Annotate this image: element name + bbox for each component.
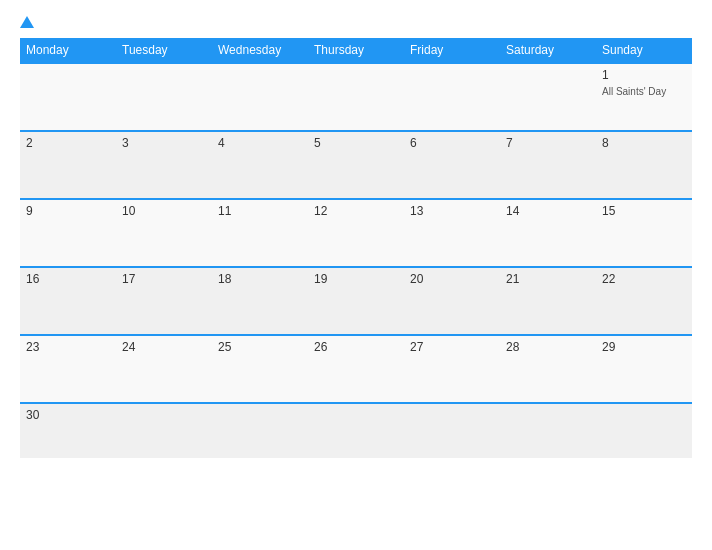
calendar-week-row: 2345678 bbox=[20, 131, 692, 199]
calendar-cell bbox=[20, 63, 116, 131]
day-number: 5 bbox=[314, 136, 398, 150]
day-number: 23 bbox=[26, 340, 110, 354]
calendar-cell: 24 bbox=[116, 335, 212, 403]
weekday-header-tuesday: Tuesday bbox=[116, 38, 212, 63]
day-number: 13 bbox=[410, 204, 494, 218]
event-label: All Saints' Day bbox=[602, 86, 666, 97]
weekday-header-wednesday: Wednesday bbox=[212, 38, 308, 63]
calendar-cell: 18 bbox=[212, 267, 308, 335]
calendar-cell: 11 bbox=[212, 199, 308, 267]
calendar-cell bbox=[116, 403, 212, 458]
day-number: 30 bbox=[26, 408, 110, 422]
calendar-week-row: 16171819202122 bbox=[20, 267, 692, 335]
calendar-cell bbox=[212, 63, 308, 131]
calendar-cell bbox=[500, 403, 596, 458]
day-number: 14 bbox=[506, 204, 590, 218]
day-number: 1 bbox=[602, 68, 686, 82]
day-number: 19 bbox=[314, 272, 398, 286]
calendar-cell bbox=[596, 403, 692, 458]
weekday-header-row: MondayTuesdayWednesdayThursdayFridaySatu… bbox=[20, 38, 692, 63]
calendar-cell bbox=[500, 63, 596, 131]
calendar-week-row: 1All Saints' Day bbox=[20, 63, 692, 131]
calendar-cell: 2 bbox=[20, 131, 116, 199]
calendar-cell bbox=[404, 63, 500, 131]
calendar-cell: 12 bbox=[308, 199, 404, 267]
calendar-week-row: 23242526272829 bbox=[20, 335, 692, 403]
calendar-cell: 22 bbox=[596, 267, 692, 335]
calendar-cell: 10 bbox=[116, 199, 212, 267]
calendar-cell: 21 bbox=[500, 267, 596, 335]
calendar-wrapper: MondayTuesdayWednesdayThursdayFridaySatu… bbox=[0, 0, 712, 550]
day-number: 7 bbox=[506, 136, 590, 150]
day-number: 26 bbox=[314, 340, 398, 354]
calendar-cell: 20 bbox=[404, 267, 500, 335]
weekday-header-friday: Friday bbox=[404, 38, 500, 63]
day-number: 4 bbox=[218, 136, 302, 150]
day-number: 6 bbox=[410, 136, 494, 150]
weekday-header-monday: Monday bbox=[20, 38, 116, 63]
calendar-header bbox=[20, 16, 692, 28]
day-number: 12 bbox=[314, 204, 398, 218]
day-number: 28 bbox=[506, 340, 590, 354]
calendar-cell: 17 bbox=[116, 267, 212, 335]
day-number: 8 bbox=[602, 136, 686, 150]
day-number: 21 bbox=[506, 272, 590, 286]
calendar-cell: 3 bbox=[116, 131, 212, 199]
weekday-header-saturday: Saturday bbox=[500, 38, 596, 63]
calendar-cell: 4 bbox=[212, 131, 308, 199]
calendar-cell: 14 bbox=[500, 199, 596, 267]
calendar-cell bbox=[116, 63, 212, 131]
day-number: 15 bbox=[602, 204, 686, 218]
day-number: 9 bbox=[26, 204, 110, 218]
calendar-cell bbox=[212, 403, 308, 458]
calendar-week-row: 9101112131415 bbox=[20, 199, 692, 267]
day-number: 20 bbox=[410, 272, 494, 286]
calendar-cell: 15 bbox=[596, 199, 692, 267]
calendar-cell: 26 bbox=[308, 335, 404, 403]
day-number: 2 bbox=[26, 136, 110, 150]
day-number: 16 bbox=[26, 272, 110, 286]
calendar-cell: 23 bbox=[20, 335, 116, 403]
calendar-cell: 16 bbox=[20, 267, 116, 335]
calendar-cell: 28 bbox=[500, 335, 596, 403]
calendar-cell bbox=[308, 63, 404, 131]
weekday-header-thursday: Thursday bbox=[308, 38, 404, 63]
day-number: 18 bbox=[218, 272, 302, 286]
logo-triangle-icon bbox=[20, 16, 34, 28]
day-number: 22 bbox=[602, 272, 686, 286]
calendar-cell: 27 bbox=[404, 335, 500, 403]
calendar-cell: 6 bbox=[404, 131, 500, 199]
logo-blue-text bbox=[20, 16, 36, 28]
day-number: 29 bbox=[602, 340, 686, 354]
calendar-cell: 9 bbox=[20, 199, 116, 267]
calendar-cell: 19 bbox=[308, 267, 404, 335]
day-number: 27 bbox=[410, 340, 494, 354]
calendar-cell: 8 bbox=[596, 131, 692, 199]
weekday-header-sunday: Sunday bbox=[596, 38, 692, 63]
day-number: 10 bbox=[122, 204, 206, 218]
calendar-cell bbox=[308, 403, 404, 458]
calendar-cell: 29 bbox=[596, 335, 692, 403]
calendar-cell: 13 bbox=[404, 199, 500, 267]
day-number: 11 bbox=[218, 204, 302, 218]
calendar-week-row: 30 bbox=[20, 403, 692, 458]
logo bbox=[20, 16, 36, 28]
calendar-cell: 5 bbox=[308, 131, 404, 199]
day-number: 3 bbox=[122, 136, 206, 150]
day-number: 17 bbox=[122, 272, 206, 286]
calendar-table: MondayTuesdayWednesdayThursdayFridaySatu… bbox=[20, 38, 692, 458]
calendar-cell bbox=[404, 403, 500, 458]
day-number: 24 bbox=[122, 340, 206, 354]
calendar-cell: 7 bbox=[500, 131, 596, 199]
calendar-cell: 25 bbox=[212, 335, 308, 403]
calendar-cell: 1All Saints' Day bbox=[596, 63, 692, 131]
day-number: 25 bbox=[218, 340, 302, 354]
calendar-cell: 30 bbox=[20, 403, 116, 458]
